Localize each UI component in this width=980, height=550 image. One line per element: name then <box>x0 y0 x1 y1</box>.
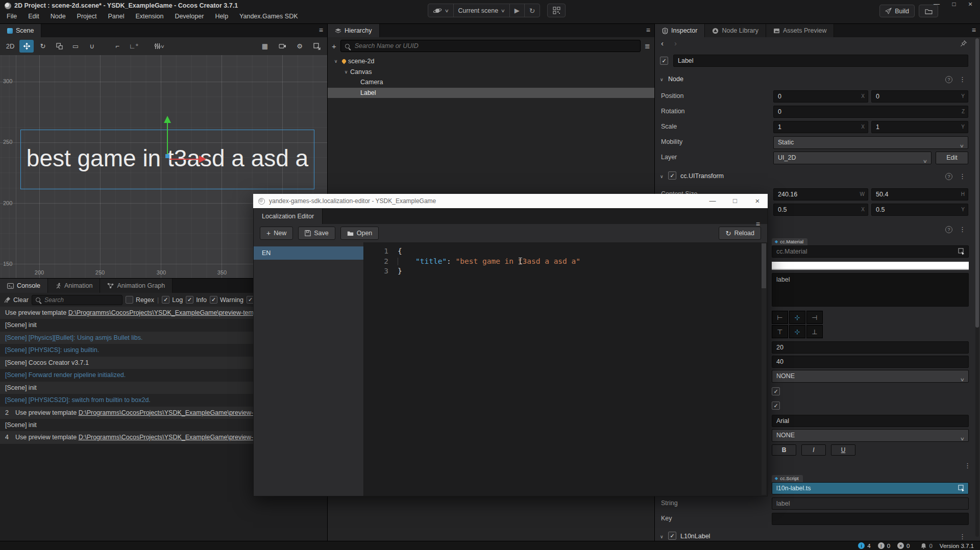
label-option-checkbox-2[interactable] <box>772 402 780 410</box>
log-link[interactable]: D:\Programms\CocosProjects\YSDK_ExampleG… <box>68 309 264 316</box>
dialog-minimize-button[interactable]: — <box>702 194 723 208</box>
anchor-y-field[interactable]: 0.5Y <box>871 204 968 216</box>
align-top-button[interactable]: ⊤ <box>772 325 788 338</box>
hierarchy-panel-menu-icon[interactable]: ≡ <box>646 26 650 34</box>
content-size-h-field[interactable]: 50.4H <box>871 188 968 201</box>
scene-camera-button[interactable] <box>275 40 289 53</box>
create-node-button[interactable]: + <box>332 42 336 51</box>
position-x-field[interactable]: 0X <box>773 90 868 103</box>
layer-dropdown[interactable]: UI_2D∨ <box>773 152 932 164</box>
help-icon[interactable]: ? <box>945 76 952 83</box>
rotate-tool-button[interactable]: ↻ <box>36 40 50 53</box>
new-button[interactable]: + New <box>260 227 293 240</box>
status-info[interactable]: i 4 <box>858 542 870 549</box>
align-center-button[interactable]: ⊹ <box>789 311 805 324</box>
maximize-button[interactable]: □ <box>946 0 962 9</box>
clear-console-button[interactable]: Clear <box>4 296 29 304</box>
string-value-field[interactable]: label <box>772 497 969 510</box>
label-color-bar[interactable] <box>772 262 969 270</box>
section-menu-icon[interactable]: ⋮ <box>959 226 966 233</box>
layer-edit-button[interactable]: Edit <box>936 152 968 164</box>
scene-selector-dropdown[interactable]: Current scene ∨ <box>454 4 510 17</box>
asset-picker-icon[interactable] <box>958 248 965 255</box>
uitransform-enabled-checkbox[interactable] <box>668 171 676 180</box>
asset-picker-icon[interactable] <box>958 485 965 492</box>
scale-x-field[interactable]: 1X <box>773 121 868 133</box>
chevron-down-icon[interactable]: ∨ <box>660 534 664 539</box>
menu-item-extension[interactable]: Extension <box>130 11 169 21</box>
underline-button[interactable]: U <box>831 444 855 456</box>
pin-icon[interactable] <box>960 40 967 47</box>
status-warnings[interactable]: ! 0 <box>878 542 890 549</box>
help-icon[interactable]: ? <box>945 226 952 233</box>
l10nlabel-enabled-checkbox[interactable] <box>668 532 676 540</box>
component-menu-icon[interactable]: ⋮ <box>964 462 971 469</box>
code-line[interactable]: 3} <box>364 266 767 277</box>
editor-scrollbar[interactable] <box>762 243 766 495</box>
bold-button[interactable]: B <box>772 444 796 456</box>
tree-node-canvas[interactable]: ∨Canvas <box>328 67 654 78</box>
tab-animation-graph[interactable]: Animation Graph <box>100 279 173 293</box>
filter-checkbox-warning[interactable] <box>210 296 217 304</box>
italic-button[interactable]: I <box>801 444 826 456</box>
tab-hierarchy[interactable]: Hierarchy <box>328 24 380 37</box>
tree-node-label[interactable]: Label <box>328 88 654 98</box>
menu-item-yandex-games-sdk[interactable]: Yandex.Games SDK <box>234 11 303 21</box>
menu-item-panel[interactable]: Panel <box>103 11 130 21</box>
chevron-down-icon[interactable]: ∨ <box>660 174 664 179</box>
gizmo-center-handle[interactable] <box>165 154 169 158</box>
move-tool-button[interactable] <box>19 40 34 53</box>
align-middle-button[interactable]: ⊹ <box>789 325 805 338</box>
log-link[interactable]: D:\Programms\CocosProjects\YSDK_ExampleG… <box>79 409 264 416</box>
history-forward-button[interactable]: › <box>674 39 677 47</box>
tab-inspector[interactable]: Inspector <box>655 24 705 37</box>
menu-item-developer[interactable]: Developer <box>169 11 209 21</box>
grid-visibility-button[interactable]: ▦ <box>258 40 272 53</box>
open-project-folder-button[interactable] <box>919 5 938 17</box>
overflow-dropdown[interactable]: NONE∨ <box>772 370 969 383</box>
inspector-panel-menu-icon[interactable]: ≡ <box>972 26 976 34</box>
code-line[interactable]: 1{ <box>364 246 767 257</box>
tab-assets-preview[interactable]: Assets Preview <box>766 24 834 37</box>
label-string-textarea[interactable]: label <box>772 273 969 307</box>
snap-settings-button[interactable]: ∨ <box>152 40 166 53</box>
tab-animation[interactable]: Animation <box>48 279 101 293</box>
key-value-field[interactable] <box>772 513 969 525</box>
menu-item-file[interactable]: File <box>1 11 22 21</box>
inspector-scrollbar[interactable] <box>975 38 979 537</box>
log-link[interactable]: D:\Programms\CocosProjects\YSDK_ExampleG… <box>79 434 264 441</box>
rect-tool-button[interactable]: ▭ <box>68 40 83 53</box>
tab-scene[interactable]: Scene <box>0 24 41 37</box>
scale-tool-button[interactable] <box>52 40 66 53</box>
tab-console[interactable]: Console <box>0 279 48 293</box>
node-name-field[interactable]: Label <box>673 55 968 67</box>
gizmo-tool-button[interactable]: ∪ <box>85 40 99 53</box>
preview-target-dropdown[interactable]: ∨ <box>428 4 454 17</box>
status-notifications[interactable]: 0 <box>921 543 932 549</box>
chevron-down-icon[interactable]: ∨ <box>332 59 340 64</box>
history-back-button[interactable]: ‹ <box>661 39 664 47</box>
mobility-dropdown[interactable]: Static∨ <box>773 136 968 149</box>
status-errors[interactable]: × 0 <box>897 542 910 549</box>
line-height-field[interactable]: 40 <box>772 356 969 368</box>
build-button[interactable]: Build <box>879 5 915 17</box>
dialog-close-button[interactable]: × <box>747 194 768 208</box>
section-menu-icon[interactable]: ⋮ <box>959 172 966 180</box>
menu-item-edit[interactable]: Edit <box>22 11 45 21</box>
material-field[interactable]: cc.Material <box>772 245 969 258</box>
align-left-button[interactable]: ⊢ <box>772 311 788 324</box>
gizmo-y-axis[interactable] <box>167 122 168 156</box>
help-icon[interactable]: ? <box>945 173 952 180</box>
scene-panel-menu-icon[interactable]: ≡ <box>319 26 323 34</box>
font-family-field[interactable]: Arial <box>772 415 969 427</box>
scene-export-button[interactable] <box>310 40 324 53</box>
align-bottom-button[interactable]: ⊥ <box>806 325 823 338</box>
cache-mode-dropdown[interactable]: NONE∨ <box>772 429 969 442</box>
hierarchy-search[interactable] <box>340 40 641 52</box>
chevron-down-icon[interactable]: ∨ <box>660 77 664 82</box>
gizmo-x-axis[interactable] <box>169 159 199 160</box>
node-active-checkbox[interactable] <box>660 57 668 65</box>
json-editor[interactable]: 1{2"title": "best game in t3asd a asd a"… <box>364 242 767 496</box>
open-button[interactable]: Open <box>340 227 379 240</box>
dialog-titlebar[interactable]: yandex-games-sdk.localization-editor - Y… <box>253 194 768 208</box>
